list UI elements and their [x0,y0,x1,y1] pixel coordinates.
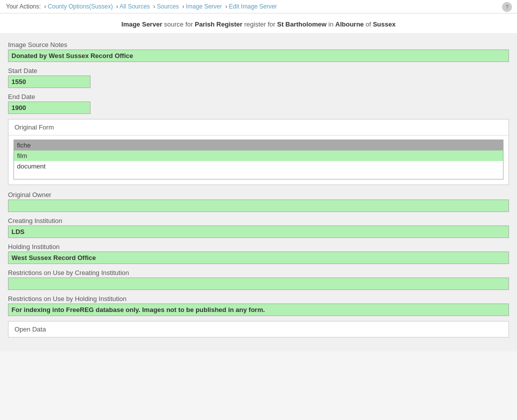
title-sep3: in [326,20,335,28]
breadcrumb-link-county[interactable]: County Options(Sussex) [48,3,113,10]
breadcrumb: Your Actions: › County Options(Sussex) ›… [0,0,517,14]
original-owner-group: Original Owner [8,191,509,212]
end-date-input[interactable] [8,102,90,114]
start-date-input[interactable] [8,76,90,88]
restrictions-creating-group: Restrictions on Use by Creating Institut… [8,269,509,290]
listbox-item-fiche[interactable]: fiche [14,140,503,150]
title-sep1: source for [162,20,194,28]
end-date-group: End Date [8,93,509,114]
open-data-title: Open Data [8,322,508,337]
open-data-box: Open Data [8,321,509,338]
page-title: Image Server source for Parish Register … [0,14,517,33]
restrictions-holding-group: Restrictions on Use by Holding Instituti… [8,295,509,316]
original-form-title: Original Form [8,120,508,136]
title-st-bartholomew: St Bartholomew [277,20,326,28]
restrictions-holding-label: Restrictions on Use by Holding Instituti… [8,295,509,302]
image-source-notes-input[interactable] [8,50,509,62]
holding-institution-group: Holding Institution [8,243,509,264]
breadcrumb-link-all-sources[interactable]: All Sources [120,3,150,10]
restrictions-creating-input[interactable] [8,278,509,290]
title-image-server: Image Server [122,20,162,28]
help-icon[interactable]: ? [502,2,512,12]
creating-institution-label: Creating Institution [8,217,509,224]
title-sep4: of [364,20,373,28]
start-date-group: Start Date [8,67,509,88]
title-sep2: register for [242,20,277,28]
listbox-item-film[interactable]: film [14,150,503,161]
original-form-box: Original Form fiche film document [8,119,509,185]
form-section: Image Source Notes Start Date End Date O… [8,38,509,346]
original-owner-label: Original Owner [8,191,509,198]
title-parish-register: Parish Register [194,20,242,28]
creating-institution-input[interactable] [8,226,509,238]
title-albourne: Albourne [336,20,364,28]
title-sussex: Sussex [373,20,396,28]
listbox-item-document[interactable]: document [14,161,503,172]
restrictions-creating-label: Restrictions on Use by Creating Institut… [8,269,509,276]
image-source-notes-label: Image Source Notes [8,41,509,48]
restrictions-holding-input[interactable] [8,304,509,316]
holding-institution-input[interactable] [8,252,509,264]
start-date-label: Start Date [8,67,509,74]
breadcrumb-link-image-server[interactable]: Image Server [186,3,222,10]
creating-institution-group: Creating Institution [8,217,509,238]
end-date-label: End Date [8,93,509,100]
breadcrumb-prefix: Your Actions: [6,3,41,10]
breadcrumb-link-sources[interactable]: Sources [157,3,179,10]
holding-institution-label: Holding Institution [8,243,509,250]
image-source-notes-group: Image Source Notes [8,41,509,62]
main-content: Image Source Notes Start Date End Date O… [0,33,517,352]
original-owner-input[interactable] [8,200,509,212]
original-form-listbox[interactable]: fiche film document [14,140,504,180]
breadcrumb-link-edit-image-server[interactable]: Edit Image Server [229,3,277,10]
